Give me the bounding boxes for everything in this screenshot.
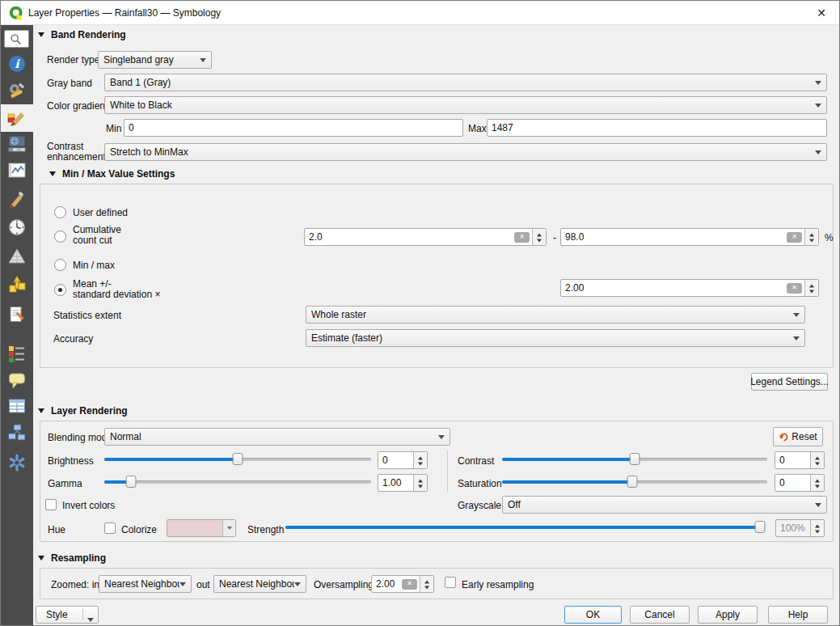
reset-button[interactable]: Reset [773, 427, 823, 446]
grayscale-label: Grayscale [458, 500, 501, 511]
sidebar-item-legend[interactable] [7, 344, 27, 363]
hue-label: Hue [48, 524, 65, 535]
spinner-arrows[interactable] [413, 452, 427, 468]
chevron-down-icon [222, 520, 235, 536]
close-icon[interactable] [809, 5, 834, 21]
zoomed-in-select[interactable]: Nearest Neighbour [99, 575, 192, 593]
gray-band-label: Gray band [47, 78, 92, 89]
sidebar-item-histogram[interactable] [7, 161, 27, 180]
cumulative-count-cut-radio[interactable] [54, 231, 66, 243]
saturation-slider[interactable] [502, 475, 767, 489]
spinner-arrows[interactable] [810, 520, 824, 536]
strength-input[interactable]: 100% [775, 519, 825, 537]
cumulative-low-input[interactable]: 2.0 [304, 228, 547, 246]
slider-handle[interactable] [233, 453, 243, 465]
window-title: Layer Properties — Rainfall30 — Symbolog… [28, 7, 221, 19]
slider-handle[interactable] [755, 521, 766, 533]
min-label: Min [106, 123, 121, 134]
spinner-arrows[interactable] [804, 280, 818, 296]
max-label: Max [468, 123, 487, 134]
spinner-arrows[interactable] [804, 229, 818, 245]
sidebar-item-information[interactable]: i [7, 54, 27, 74]
brightness-slider[interactable] [104, 452, 371, 467]
sidebar-item-elevation[interactable] [7, 274, 27, 294]
section-minmax-settings: Min / Max Value Settings [62, 168, 175, 180]
contrast-slider[interactable] [502, 452, 767, 467]
sidebar-item-qgis-server[interactable] [7, 423, 27, 442]
zoomed-out-label: out [196, 579, 210, 590]
collapse-arrow-icon[interactable] [38, 556, 44, 564]
qgis-logo-icon [9, 6, 24, 21]
collapse-arrow-icon[interactable] [49, 171, 56, 180]
chevron-down-icon [793, 313, 800, 320]
sidebar-item-symbology[interactable] [7, 108, 27, 128]
statistics-extent-select[interactable]: Whole raster [306, 306, 805, 324]
cancel-button[interactable]: Cancel [630, 606, 690, 624]
render-type-select[interactable]: Singleband gray [98, 51, 212, 69]
chevron-down-icon [87, 618, 94, 625]
clear-icon[interactable] [787, 232, 802, 243]
sidebar-item-attributes[interactable] [7, 396, 27, 416]
early-resampling-checkbox[interactable] [445, 577, 456, 588]
strength-slider[interactable] [285, 520, 765, 535]
invert-colors-checkbox[interactable] [45, 499, 57, 510]
chevron-down-icon [179, 582, 186, 590]
clear-icon[interactable] [402, 579, 417, 590]
search-input[interactable] [4, 30, 29, 48]
collapse-arrow-icon[interactable] [38, 408, 44, 417]
user-defined-label: User defined [73, 207, 128, 218]
max-input[interactable]: 1487 [487, 119, 827, 137]
clear-icon[interactable] [787, 283, 802, 294]
blending-mode-select[interactable]: Normal [104, 428, 450, 446]
chevron-down-icon [793, 336, 800, 344]
colorize-checkbox[interactable] [104, 522, 116, 534]
contrast-enhancement-select[interactable]: Stretch to MinMax [104, 143, 827, 161]
min-input[interactable]: 0 [124, 119, 463, 137]
slider-handle[interactable] [126, 476, 137, 488]
contrast-input[interactable]: 0 [775, 451, 825, 469]
sidebar-item-source[interactable] [7, 82, 27, 101]
sidebar-item-rendering[interactable] [7, 189, 27, 209]
spinner-arrows[interactable] [810, 452, 824, 468]
sidebar-item-pyramids[interactable] [7, 247, 27, 266]
color-gradient-select[interactable]: White to Black [104, 96, 827, 114]
user-defined-radio[interactable] [54, 206, 66, 218]
clear-icon[interactable] [514, 232, 530, 243]
spinner-arrows[interactable] [810, 475, 824, 491]
sidebar-item-metadata[interactable] [7, 305, 27, 324]
cumulative-high-input[interactable]: 98.0 [560, 228, 819, 246]
ok-button[interactable]: OK [564, 606, 622, 624]
style-button[interactable]: Style [36, 606, 99, 624]
accuracy-select[interactable]: Estimate (faster) [306, 329, 805, 347]
stddev-multiplier-input[interactable]: 2.00 [560, 279, 819, 297]
spinner-arrows[interactable] [532, 229, 546, 245]
gray-band-select[interactable]: Band 1 (Gray) [104, 74, 827, 91]
mean-stddev-radio[interactable] [54, 284, 66, 296]
apply-button[interactable]: Apply [698, 606, 758, 624]
help-button[interactable]: Help [768, 606, 828, 624]
contrast-enhancement-label: Contrast enhancement [47, 142, 106, 163]
collapse-arrow-icon[interactable] [38, 32, 44, 40]
gamma-input[interactable]: 1.00 [378, 474, 428, 492]
sidebar-item-transparency[interactable] [7, 133, 27, 153]
color-swatch [167, 520, 222, 536]
spinner-arrows[interactable] [413, 475, 427, 491]
colorize-color-button[interactable] [167, 519, 236, 537]
legend-settings-button[interactable]: Legend Settings... [751, 373, 828, 391]
slider-handle[interactable] [630, 453, 640, 465]
sidebar-item-external-plugins[interactable] [7, 453, 27, 472]
min-max-radio[interactable] [54, 259, 66, 271]
grayscale-select[interactable]: Off [502, 496, 827, 514]
zoomed-out-select[interactable]: Nearest Neighbour [213, 575, 306, 593]
title-bar: Layer Properties — Rainfall30 — Symbolog… [1, 1, 839, 25]
gamma-slider[interactable] [104, 475, 371, 489]
reset-icon [779, 432, 789, 442]
layer-properties-dialog: Layer Properties — Rainfall30 — Symbolog… [0, 0, 840, 626]
saturation-input[interactable]: 0 [775, 474, 825, 492]
brightness-input[interactable]: 0 [378, 451, 428, 469]
sidebar-item-temporal[interactable] [7, 218, 27, 237]
sidebar-item-display[interactable] [7, 370, 27, 390]
spinner-arrows[interactable] [420, 576, 433, 592]
oversampling-input[interactable]: 2.00 [371, 575, 434, 593]
slider-handle[interactable] [627, 476, 637, 488]
